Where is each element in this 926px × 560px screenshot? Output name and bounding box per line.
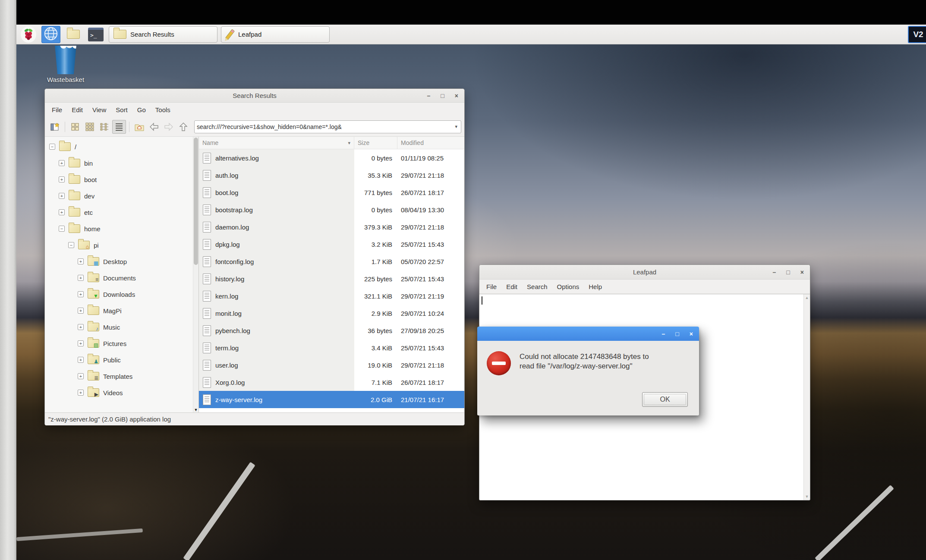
tree-item-home[interactable]: −home	[45, 220, 198, 237]
file-row-xorg-0-log[interactable]: Xorg.0.log7.1 KiB26/07/21 18:17	[199, 374, 464, 391]
maximize-icon[interactable]: □	[786, 269, 790, 276]
maximize-icon[interactable]: □	[441, 92, 444, 99]
text-file-icon	[203, 308, 211, 319]
tree-item-pi[interactable]: −⌂pi	[45, 237, 198, 253]
web-browser-button[interactable]	[41, 26, 60, 43]
collapse-icon[interactable]: −	[49, 144, 55, 150]
icon-view-button[interactable]	[68, 120, 82, 134]
expand-icon[interactable]: +	[78, 275, 84, 281]
new-tab-button[interactable]	[48, 120, 62, 134]
tree-scrollbar-thumb[interactable]	[194, 138, 198, 265]
tree-item-magpi[interactable]: +MagPi	[45, 302, 198, 319]
fm-menu-edit[interactable]: Edit	[67, 103, 88, 117]
tree-scroll-down-icon[interactable]: ▼	[193, 408, 198, 412]
leafpad-menu-file[interactable]: File	[482, 280, 501, 294]
tree-item-downloads[interactable]: +▼Downloads	[45, 286, 198, 302]
minimize-icon[interactable]: –	[662, 330, 665, 337]
wastebasket-desktop-icon[interactable]: Wastebasket	[37, 46, 94, 83]
file-row-kern-log[interactable]: kern.log321.1 KiB29/07/21 21:19	[199, 287, 464, 305]
minimize-icon[interactable]: –	[427, 92, 431, 99]
back-button[interactable]	[147, 120, 161, 134]
tree-item-videos[interactable]: +▶Videos	[45, 384, 198, 401]
compact-view-button[interactable]	[98, 120, 111, 134]
tree-item-pictures[interactable]: +▨Pictures	[45, 335, 198, 352]
expand-icon[interactable]: +	[78, 324, 84, 330]
file-row-z-way-server-log[interactable]: z-way-server.log2.0 GiB21/07/21 16:17	[199, 391, 464, 408]
tree-item-root[interactable]: −/	[45, 138, 198, 155]
fm-menu-view[interactable]: View	[88, 103, 111, 117]
tree-item-music[interactable]: +♪Music	[45, 319, 198, 335]
expand-icon[interactable]: +	[78, 291, 84, 297]
tree-item-dev[interactable]: +dev	[45, 188, 198, 204]
expand-icon[interactable]: +	[78, 357, 84, 363]
tree-item-bin[interactable]: +bin	[45, 155, 198, 171]
home-button[interactable]	[132, 120, 146, 134]
file-manager-button[interactable]	[64, 26, 83, 43]
address-input[interactable]	[197, 123, 454, 130]
detailed-list-view-button[interactable]	[112, 120, 126, 134]
expand-icon[interactable]: +	[59, 209, 65, 215]
vnc-tray-icon[interactable]: V2	[908, 26, 926, 43]
task-button-search-results[interactable]: Search Results	[109, 26, 217, 43]
expand-icon[interactable]: +	[59, 176, 65, 182]
fm-menu-go[interactable]: Go	[132, 103, 151, 117]
leafpad-scrollbar[interactable]: ▲ ▼	[803, 294, 810, 500]
fm-menu-sort[interactable]: Sort	[111, 103, 132, 117]
leafpad-menu-search[interactable]: Search	[522, 280, 552, 294]
error-dialog-titlebar[interactable]: – □ ×	[477, 327, 699, 341]
scroll-up-icon[interactable]: ▲	[805, 296, 809, 300]
leafpad-menu-help[interactable]: Help	[584, 280, 607, 294]
close-icon[interactable]: ×	[455, 92, 458, 99]
file-row-history-log[interactable]: history.log225 bytes25/07/21 15:43	[199, 270, 464, 287]
thumbnail-view-button[interactable]	[83, 120, 97, 134]
minimize-icon[interactable]: –	[773, 269, 776, 276]
file-row-term-log[interactable]: term.log3.4 KiB25/07/21 15:43	[199, 339, 464, 356]
menu-raspberry-button[interactable]	[19, 26, 38, 43]
leafpad-titlebar[interactable]: Leafpad – □ ×	[479, 265, 810, 280]
up-button[interactable]	[176, 120, 190, 134]
expand-icon[interactable]: +	[78, 258, 84, 264]
tree-item-desktop[interactable]: +▦Desktop	[45, 253, 198, 270]
tree-item-public[interactable]: +♟Public	[45, 352, 198, 368]
file-row-boot-log[interactable]: boot.log771 bytes26/07/21 18:17	[199, 184, 464, 201]
expand-icon[interactable]: +	[59, 193, 65, 199]
tree-item-boot[interactable]: +boot	[45, 171, 198, 188]
terminal-button[interactable]: >_	[86, 26, 105, 43]
expand-icon[interactable]: +	[78, 373, 84, 379]
collapse-icon[interactable]: −	[59, 226, 65, 232]
leafpad-menu-edit[interactable]: Edit	[501, 280, 522, 294]
scroll-down-icon[interactable]: ▼	[805, 494, 809, 499]
file-row-daemon-log[interactable]: daemon.log379.3 KiB29/07/21 21:18	[199, 218, 464, 236]
fm-menu-tools[interactable]: Tools	[151, 103, 175, 117]
collapse-icon[interactable]: −	[68, 242, 74, 248]
file-row-auth-log[interactable]: auth.log35.3 KiB29/07/21 21:18	[199, 167, 464, 184]
file-row-monit-log[interactable]: monit.log2.9 KiB29/07/21 10:24	[199, 305, 464, 322]
forward-button[interactable]	[162, 120, 176, 134]
tree-item-documents[interactable]: +≡Documents	[45, 270, 198, 286]
ok-button[interactable]: OK	[642, 392, 688, 407]
file-row-pybench-log[interactable]: pybench.log36 bytes27/09/18 20:25	[199, 322, 464, 339]
fm-titlebar[interactable]: Search Results – □ ×	[45, 89, 464, 103]
address-dropdown-icon[interactable]: ▾	[454, 124, 459, 129]
leafpad-menu-options[interactable]: Options	[552, 280, 584, 294]
column-header-modified[interactable]: Modified	[397, 137, 464, 149]
maximize-icon[interactable]: □	[675, 330, 679, 337]
column-header-name[interactable]: Name ▾	[199, 137, 354, 149]
tree-scrollbar[interactable]: ▼	[193, 137, 198, 412]
file-row-alternatives-log[interactable]: alternatives.log0 bytes01/11/19 08:25	[199, 149, 464, 167]
expand-icon[interactable]: +	[59, 160, 65, 166]
tree-item-templates[interactable]: +≣Templates	[45, 368, 198, 384]
close-icon[interactable]: ×	[690, 330, 693, 337]
expand-icon[interactable]: +	[78, 308, 84, 314]
expand-icon[interactable]: +	[78, 340, 84, 346]
close-icon[interactable]: ×	[800, 269, 804, 276]
file-row-fontconfig-log[interactable]: fontconfig.log1.7 KiB05/07/20 22:57	[199, 253, 464, 270]
expand-icon[interactable]: +	[78, 390, 84, 396]
column-header-size[interactable]: Size	[354, 137, 397, 149]
file-row-user-log[interactable]: user.log19.0 KiB29/07/21 21:18	[199, 356, 464, 374]
file-row-dpkg-log[interactable]: dpkg.log3.2 KiB25/07/21 15:43	[199, 236, 464, 253]
fm-menu-file[interactable]: File	[47, 103, 67, 117]
tree-item-etc[interactable]: +etc	[45, 204, 198, 220]
file-row-bootstrap-log[interactable]: bootstrap.log0 bytes08/04/19 13:30	[199, 201, 464, 218]
task-button-leafpad[interactable]: Leafpad	[221, 26, 330, 43]
